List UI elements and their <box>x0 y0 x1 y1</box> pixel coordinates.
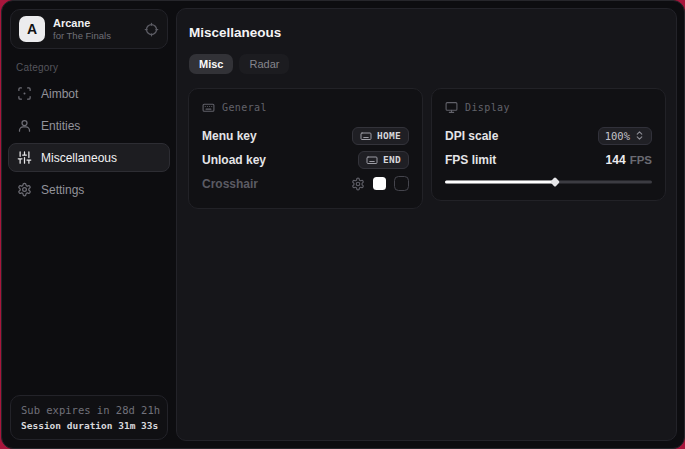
brand-logo: A <box>19 16 45 42</box>
page-title: Miscellaneous <box>189 25 666 40</box>
category-label: Category <box>16 62 176 73</box>
brand-title: Arcane <box>53 17 111 29</box>
brand-card: A Arcane for The Finals <box>10 9 168 49</box>
crosshair-icon[interactable] <box>144 22 159 37</box>
crosshair-controls <box>351 176 409 191</box>
menu-key-label: Menu key <box>202 129 257 143</box>
fps-limit-slider[interactable] <box>445 177 652 187</box>
keyboard-icon <box>202 101 215 114</box>
menu-key-row: Menu key HOME <box>202 124 409 147</box>
fps-limit-readout: 144 FPS <box>606 153 652 167</box>
general-card-title: General <box>222 102 267 113</box>
unload-key-row: Unload key END <box>202 148 409 171</box>
chevrons-up-down-icon <box>634 130 645 141</box>
main-panel: Miscellaneous Misc Radar General <box>176 8 677 441</box>
unload-key-value: END <box>383 154 401 165</box>
crosshair-color-swatch[interactable] <box>373 177 386 190</box>
crosshair-settings-gear-icon[interactable] <box>351 177 365 191</box>
display-card: Display DPI scale 100% FPS limit <box>431 88 666 201</box>
crosshair-label: Crosshair <box>202 177 258 191</box>
fps-limit-row: FPS limit 144 FPS <box>445 148 652 171</box>
brand-subtitle: for The Finals <box>53 30 111 41</box>
slider-thumb[interactable] <box>550 177 560 187</box>
fps-limit-label: FPS limit <box>445 153 496 167</box>
sidebar-item-settings[interactable]: Settings <box>8 175 170 204</box>
sidebar-item-label: Aimbot <box>41 87 78 101</box>
sidebar-item-aimbot[interactable]: Aimbot <box>8 79 170 108</box>
dpi-scale-value: 100% <box>605 130 630 142</box>
fps-limit-value: 144 <box>606 153 626 167</box>
subscription-info: Sub expires in 28d 21h Session duration … <box>10 395 168 440</box>
crosshair-checkbox[interactable] <box>394 176 409 191</box>
dpi-scale-label: DPI scale <box>445 129 498 143</box>
fps-limit-unit: FPS <box>630 154 652 166</box>
sidebar-item-miscellaneous[interactable]: Miscellaneous <box>8 143 170 172</box>
dpi-scale-select[interactable]: 100% <box>598 127 652 145</box>
user-icon <box>17 118 32 133</box>
app-window: A Arcane for The Finals Category <box>1 0 685 449</box>
crosshair-row: Crosshair <box>202 172 409 195</box>
sidebar-nav: Aimbot Entities Miscellaneous <box>2 79 176 204</box>
tab-misc[interactable]: Misc <box>189 54 233 74</box>
session-duration-text: Session duration 31m 33s <box>21 420 157 431</box>
scan-target-icon <box>17 86 32 101</box>
general-card: General Menu key HOME Unload key <box>188 88 423 209</box>
tab-bar: Misc Radar <box>189 54 666 74</box>
tab-radar[interactable]: Radar <box>239 54 289 74</box>
sub-expiry-text: Sub expires in 28d 21h <box>21 404 157 416</box>
gear-icon <box>17 182 32 197</box>
display-card-header: Display <box>445 101 652 114</box>
sidebar-item-label: Settings <box>41 183 84 197</box>
menu-key-button[interactable]: HOME <box>352 127 409 145</box>
general-card-header: General <box>202 101 409 114</box>
sidebar-item-entities[interactable]: Entities <box>8 111 170 140</box>
slider-fill <box>445 181 555 184</box>
unload-key-button[interactable]: END <box>358 151 409 169</box>
monitor-icon <box>445 101 458 114</box>
unload-key-label: Unload key <box>202 153 266 167</box>
display-card-title: Display <box>465 102 510 113</box>
sidebar-item-label: Entities <box>41 119 80 133</box>
keyboard-icon <box>366 154 378 166</box>
brand-text: Arcane for The Finals <box>53 17 111 41</box>
sliders-icon <box>17 150 32 165</box>
sidebar-item-label: Miscellaneous <box>41 151 117 165</box>
menu-key-value: HOME <box>377 130 401 141</box>
keyboard-icon <box>360 130 372 142</box>
dpi-scale-row: DPI scale 100% <box>445 124 652 147</box>
sidebar: A Arcane for The Finals Category <box>2 1 176 448</box>
cards-row: General Menu key HOME Unload key <box>188 88 666 209</box>
